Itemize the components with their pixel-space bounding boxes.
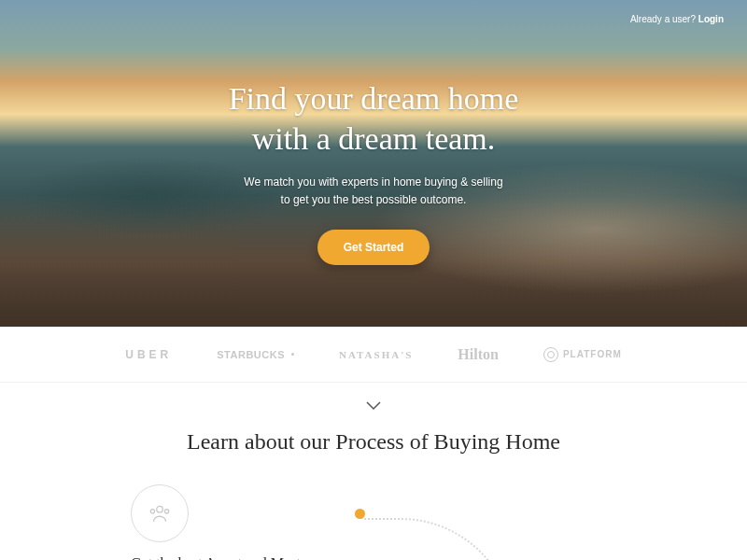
svg-point-1 <box>150 510 154 513</box>
logo-uber: UBER <box>125 348 172 361</box>
logo-hilton: Hilton <box>458 346 499 363</box>
already-user-text: Already a user? <box>630 14 696 24</box>
partner-logos: UBER STARBUCKS NATASHA'S Hilton PLATFORM <box>0 327 747 383</box>
get-started-button[interactable]: Get Started <box>317 230 430 265</box>
platform-icon <box>543 347 558 362</box>
login-link[interactable]: Login <box>698 14 724 24</box>
hero-title-line2: with a dream team. <box>252 121 496 156</box>
hero-title-line1: Find your dream home <box>229 81 519 116</box>
hero-section: Already a user? Login Find your dream ho… <box>0 0 747 327</box>
hero-content: Find your dream home with a dream team. … <box>229 79 519 265</box>
logo-starbucks: STARBUCKS <box>217 349 294 360</box>
process-section: Get the best Agent and Mortgage Ut eu ni… <box>0 484 747 560</box>
scroll-indicator <box>0 383 747 422</box>
svg-point-2 <box>164 510 168 513</box>
hero-title: Find your dream home with a dream team. <box>229 79 519 159</box>
chevron-down-icon[interactable] <box>366 399 381 414</box>
logo-natashas: NATASHA'S <box>339 349 413 360</box>
hero-sub-line2: to get you the best possible outcome. <box>281 193 467 206</box>
topbar: Already a user? Login <box>630 14 724 24</box>
process-section-title: Learn about our Process of Buying Home <box>0 429 747 455</box>
hero-subtitle: We match you with experts in home buying… <box>229 174 519 209</box>
logo-platform-text: PLATFORM <box>563 349 622 359</box>
logo-platform: PLATFORM <box>543 347 622 362</box>
svg-point-0 <box>157 506 163 512</box>
agent-icon <box>131 484 189 542</box>
hero-sub-line1: We match you with experts in home buying… <box>244 175 502 189</box>
